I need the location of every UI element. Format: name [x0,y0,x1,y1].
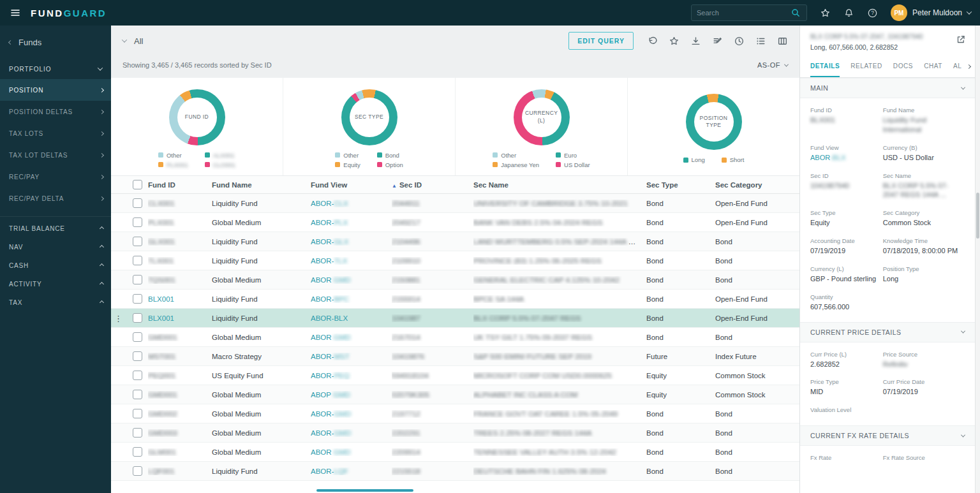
row-checkbox[interactable] [133,294,142,304]
sidebar-item-tax-lots[interactable]: TAX LOTS [0,122,111,144]
cell-fund_view[interactable]: ABOR-BPC [311,295,392,303]
row-checkbox[interactable] [133,217,142,227]
edit-filters-icon[interactable] [712,36,723,47]
cell-fund_view[interactable]: ABOR-GMD [311,429,392,437]
hamburger-menu-icon[interactable] [9,8,22,18]
row-checkbox[interactable] [133,351,142,361]
cell-fund_view[interactable]: ABOR-GLX [311,238,392,246]
cell-fund_id[interactable]: BLX001 [148,295,212,303]
breadcrumb[interactable]: Funds [0,26,111,59]
column-header-fund_name[interactable]: Fund Name [212,181,311,189]
row-checkbox[interactable] [133,466,142,476]
table-row[interactable]: GMD003Global MediumABOR-GMD2202291TREES … [111,423,799,443]
open-external-icon[interactable] [956,34,966,45]
table-row[interactable]: PLX001Global MediumABOR-PLX2049217BANK V… [111,213,799,232]
row-checkbox[interactable] [133,409,142,418]
row-checkbox[interactable] [133,237,142,246]
history-clock-icon[interactable] [734,36,745,47]
cell-fund_view[interactable]: ABOR-BLX [311,314,392,322]
tab-details[interactable]: DETAILS [810,56,840,77]
user-menu[interactable]: PM Peter Muldoon [891,4,971,21]
donut-chart[interactable]: SEC TYPE [341,89,397,145]
row-menu-icon[interactable]: ⋮ [120,314,122,322]
tab-docs[interactable]: DOCS [893,56,913,77]
download-icon[interactable] [690,36,701,47]
row-checkbox[interactable] [133,275,142,284]
help-icon[interactable]: ? [867,8,878,18]
row-checkbox[interactable] [133,313,142,323]
table-row[interactable]: LQF001Liquidity FundABOR-LQF2215518DEUTS… [111,462,799,481]
table-row[interactable]: ⋮BLX001Liquidity FundABOR-BLX1041987BLX … [111,309,799,328]
row-checkbox[interactable] [133,428,142,438]
table-row[interactable]: CLX001Liquidity FundABOR-CLX2044911UNIVE… [111,194,799,213]
table-row[interactable]: TLX001Liquidity FundABOR-TLX2109910PROVI… [111,251,799,270]
sidebar-section-cash[interactable]: CASH [0,256,111,275]
undo-icon[interactable] [647,36,658,47]
sidebar-item-tax-lot-deltas[interactable]: TAX LOT DELTAS [0,144,111,166]
sidebar-item-rec-pay[interactable]: REC/PAY [0,166,111,188]
window-scrollbar[interactable] [975,26,980,493]
sidebar-section-activity[interactable]: ACTIVITY [0,275,111,293]
cell-fund_id[interactable]: BLX001 [148,314,212,322]
table-row[interactable]: MST001Macro StrategyABOR-MST10419876S&P … [111,347,799,366]
donut-chart[interactable]: FUND ID [169,89,225,145]
table-row[interactable]: GMD001Global MediumABOR GMD2167014UK TSY… [111,328,799,347]
cell-fund_view[interactable]: ABOR-CLX [311,200,392,207]
table-row[interactable]: GLM001Global MediumABOR GMD2209914TENNES… [111,443,799,462]
list-view-icon[interactable] [755,36,766,47]
field-value[interactable]: ABOR-BLX [810,153,883,163]
search-box[interactable] [691,4,807,21]
table-row[interactable]: GMD002Global MediumABOR-GMD2197712FRANCE… [111,404,799,423]
column-header-fund_id[interactable]: Fund ID [148,181,212,189]
search-icon[interactable] [791,8,801,18]
column-header-sec_category[interactable]: Sec Category [715,181,791,189]
row-checkbox[interactable] [133,371,142,380]
row-checkbox[interactable] [133,198,142,208]
cell-fund_view[interactable]: ABOR-TLX [311,257,392,265]
section-header-current-price-details[interactable]: CURRENT PRICE DETAILS [800,322,975,342]
sidebar-item-rec-pay-delta[interactable]: REC/PAY DELTA [0,188,111,209]
cell-fund_view[interactable]: ABOR-MST [311,353,392,360]
table-row[interactable]: TQS001Global MediumABOR GMD2150881GENERA… [111,270,799,290]
cell-fund_view[interactable]: ABOR GMD [311,334,392,341]
search-input[interactable] [697,9,791,17]
edit-query-button[interactable]: EDIT QUERY [568,32,634,50]
collapse-view-icon[interactable] [122,37,127,42]
tab-al[interactable]: AL [953,56,961,77]
cell-fund_view[interactable]: ABOR-PLX [311,219,392,226]
notifications-bell-icon[interactable] [843,8,854,18]
column-header-sec_id[interactable]: ▲Sec ID [392,181,473,189]
scrollbar-thumb[interactable] [976,193,979,239]
nav-section-portfolio[interactable]: PORTFOLIO [0,59,111,79]
column-header-fund_view[interactable]: Fund View [311,181,392,189]
tabs-overflow-arrow[interactable] [962,56,975,77]
sidebar-section-trial-balance[interactable]: TRIAL BALANCE [0,219,111,238]
section-header-main[interactable]: MAIN [800,78,975,98]
table-horizontal-scrollbar[interactable] [316,489,413,492]
table-row[interactable]: PEQ001US Equity FundABOR-PEQ594918104MIC… [111,366,799,385]
section-header-current-fx-rate-details[interactable]: CURRENT FX RATE DETAILS [800,425,975,446]
column-header-sec_name[interactable]: Sec Name [473,181,646,189]
cell-fund_view[interactable]: ABOR-GMD [311,410,392,418]
sidebar-section-nav[interactable]: NAV [0,238,111,256]
cell-fund_view[interactable]: ABOR-LQF [311,467,392,475]
table-row[interactable]: GMD001Global MediumABOP GMD02079K305ALPH… [111,385,799,404]
sidebar-item-position-deltas[interactable]: POSITION DELTAS [0,101,111,122]
cell-fund_view[interactable]: ABOR-PEQ [311,372,392,379]
columns-icon[interactable] [777,36,788,47]
table-row[interactable]: GLX001Liquidity FundABOR-GLX2104496LAND … [111,232,799,251]
donut-chart[interactable]: POSITION TYPE [686,94,742,150]
column-header-sec_type[interactable]: Sec Type [646,181,715,189]
sidebar-item-position[interactable]: POSITION [0,79,111,101]
asof-dropdown[interactable]: AS-OF [757,61,788,69]
row-checkbox[interactable] [133,256,142,265]
donut-chart[interactable]: CURRENCY (L) [514,89,570,145]
tab-chat[interactable]: CHAT [924,56,942,77]
sidebar-section-tax[interactable]: TAX [0,293,111,312]
row-checkbox[interactable] [133,447,142,457]
cell-fund_view[interactable]: ABOR GMD [311,448,392,456]
favorite-view-star-icon[interactable] [669,36,679,47]
table-row[interactable]: BLX001Liquidity FundABOR-BPC2155914BPCE … [111,290,799,309]
tab-related[interactable]: RELATED [850,56,882,77]
favorites-star-icon[interactable] [820,8,831,18]
